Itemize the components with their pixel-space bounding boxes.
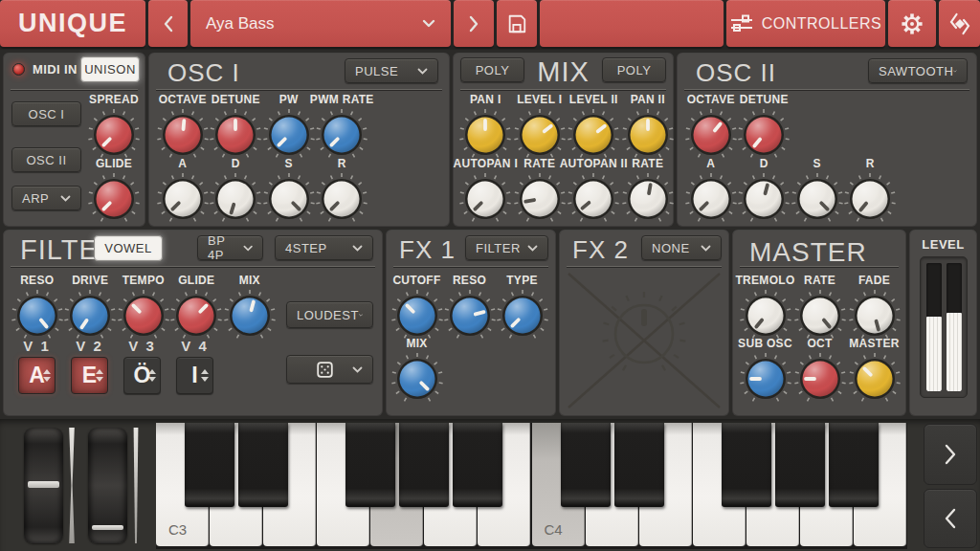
octave-down-button[interactable]: [924, 489, 977, 548]
fx2-ghost-knob: [599, 289, 689, 379]
save-preset-button[interactable]: [497, 0, 537, 47]
black-key[interactable]: [185, 423, 234, 507]
level-ii-knob: LEVEL II: [567, 93, 621, 163]
mod-wheel[interactable]: [88, 428, 127, 543]
vowel-value-stepper[interactable]: I: [176, 357, 213, 394]
stepper-arrows-icon[interactable]: [201, 358, 209, 393]
preset-selector[interactable]: Aya Bass: [190, 0, 451, 47]
unison-button[interactable]: UNISON: [80, 56, 140, 82]
autopan-i-knob-dial[interactable]: [457, 171, 513, 227]
knob-label: TREMOLO: [735, 274, 794, 288]
vowel-mode-button[interactable]: VOWEL: [94, 235, 163, 261]
a-knob-dial[interactable]: [155, 171, 211, 227]
a-knob-dial[interactable]: [683, 171, 739, 227]
filter-step-dropdown[interactable]: 4STEP: [275, 235, 373, 260]
reso-knob: RESO: [11, 274, 64, 343]
fx2-title: FX 2: [572, 235, 629, 265]
osc2-waveform-dropdown[interactable]: SAWTOOTH: [868, 58, 968, 83]
osc1-toggle-button[interactable]: OSC I: [11, 101, 81, 126]
pitch-wheel[interactable]: [24, 428, 63, 543]
oct-knob-dial[interactable]: [792, 351, 848, 407]
black-key[interactable]: [238, 423, 288, 507]
knob-label: TEMPO: [122, 274, 165, 288]
mix-poly-right-button[interactable]: POLY: [602, 57, 666, 82]
pan-ii-knob-dial[interactable]: [620, 107, 676, 163]
controllers-button[interactable]: CONTROLLERS: [726, 0, 885, 47]
fade-knob-dial[interactable]: [847, 288, 902, 343]
black-key[interactable]: [722, 423, 771, 507]
master-knob-dial[interactable]: [847, 351, 902, 407]
level-i-knob-dial[interactable]: [512, 107, 568, 163]
vowel-random-dropdown[interactable]: [286, 355, 373, 384]
vowel-value-stepper[interactable]: A: [18, 357, 56, 394]
rate-knob-dial[interactable]: [512, 171, 568, 227]
knob-label: RATE: [523, 157, 555, 171]
fx1-type-dropdown[interactable]: FILTER: [465, 235, 548, 260]
black-key[interactable]: [561, 423, 611, 507]
vowel-value-stepper[interactable]: E: [71, 357, 108, 394]
cutoff-knob-dial[interactable]: [390, 288, 445, 343]
glide-knob-dial[interactable]: [168, 288, 224, 343]
pw-knob-dial[interactable]: [261, 107, 317, 163]
chevron-down-icon: [953, 68, 957, 75]
arp-dropdown[interactable]: ARP: [11, 186, 81, 210]
s-knob-dial[interactable]: [790, 171, 845, 227]
reso-knob-dial[interactable]: [442, 288, 498, 343]
detune-knob-dial[interactable]: [736, 107, 791, 163]
tremolo-knob-dial[interactable]: [738, 288, 793, 343]
pwm-rate-knob-dial[interactable]: [314, 107, 369, 163]
app-logo: UNIQUE: [0, 0, 145, 47]
dice-icon: [317, 362, 333, 378]
stepper-arrows-icon[interactable]: [43, 358, 51, 393]
mix-knob: MIX: [223, 274, 277, 343]
vowel-stepper-3: V 3Ö: [116, 338, 168, 394]
knob-label: MIX: [406, 337, 427, 351]
chevron-down-icon: [701, 245, 711, 252]
osc1-waveform-dropdown[interactable]: PULSE: [345, 58, 438, 83]
black-key[interactable]: [775, 423, 825, 507]
tempo-knob-dial[interactable]: [116, 288, 171, 343]
sub-osc-knob-dial[interactable]: [738, 351, 793, 407]
mix-knob-dial[interactable]: [390, 351, 445, 407]
s-knob-dial[interactable]: [261, 171, 317, 227]
r-knob-dial[interactable]: [314, 171, 369, 227]
octave-knob-dial[interactable]: [683, 107, 739, 163]
reso-knob-dial[interactable]: [10, 288, 65, 343]
glide-knob-dial[interactable]: [86, 171, 142, 227]
d-knob: D: [738, 157, 791, 227]
vowel-sort-dropdown[interactable]: LOUDEST: [286, 301, 373, 328]
preset-next-button[interactable]: [454, 0, 494, 47]
rate-knob-dial[interactable]: [792, 288, 848, 343]
level-ii-knob-dial[interactable]: [566, 107, 621, 163]
osc2-toggle-button[interactable]: OSC II: [11, 147, 81, 172]
black-key[interactable]: [829, 423, 879, 507]
octave-up-button[interactable]: [924, 424, 977, 485]
black-key[interactable]: [399, 423, 449, 507]
oct-knob: OCT: [792, 337, 847, 407]
type-knob-dial[interactable]: [495, 288, 550, 343]
d-knob-dial[interactable]: [736, 171, 791, 227]
brand-button[interactable]: [939, 0, 980, 47]
spread-knob-dial[interactable]: [86, 107, 142, 163]
drive-knob-dial[interactable]: [62, 288, 118, 343]
d-knob: D: [210, 157, 263, 227]
stepper-arrows-icon[interactable]: [96, 358, 103, 393]
autopan-ii-knob-dial[interactable]: [566, 171, 621, 227]
filter-mode-dropdown[interactable]: BP 4P: [197, 235, 263, 260]
settings-button[interactable]: [888, 0, 936, 47]
fx2-type-dropdown[interactable]: NONE: [641, 235, 722, 260]
black-key[interactable]: [345, 423, 395, 507]
detune-knob-dial[interactable]: [208, 107, 263, 163]
black-key[interactable]: [453, 423, 502, 507]
vowel-value-stepper[interactable]: Ö: [123, 357, 161, 394]
stepper-arrows-icon[interactable]: [148, 358, 156, 393]
pan-i-knob-dial[interactable]: [457, 107, 513, 163]
mix-knob-dial[interactable]: [222, 288, 278, 343]
preset-prev-button[interactable]: [148, 0, 188, 47]
black-key[interactable]: [614, 423, 664, 507]
knob-label: PWM RATE: [310, 93, 374, 107]
d-knob-dial[interactable]: [208, 171, 263, 227]
r-knob-dial[interactable]: [842, 171, 898, 227]
rate-knob-dial[interactable]: [620, 171, 676, 227]
octave-knob-dial[interactable]: [155, 107, 211, 163]
